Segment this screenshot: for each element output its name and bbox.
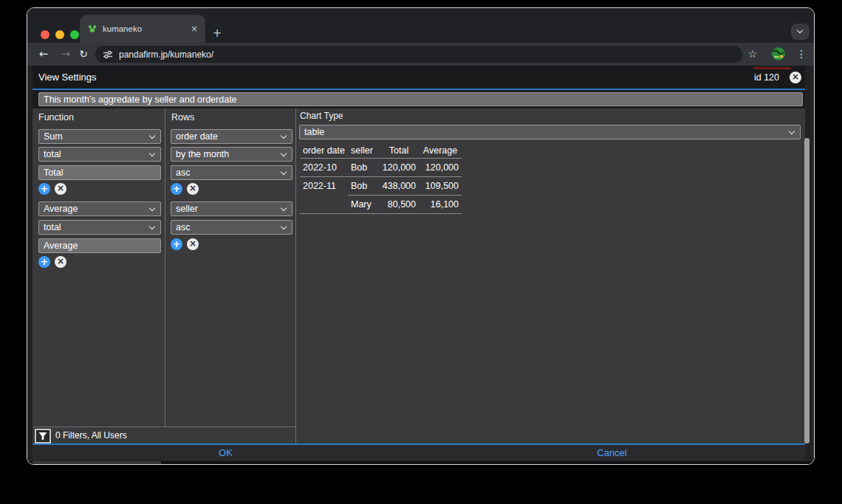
remove-row-icon[interactable]: × <box>187 238 199 250</box>
chevron-down-icon <box>281 205 287 211</box>
row-field-select-1[interactable]: order date <box>171 129 292 144</box>
row-granularity-value: by the month <box>176 149 229 159</box>
remove-function-icon[interactable]: × <box>55 256 66 268</box>
row-sort-select-1-value: asc <box>176 168 190 178</box>
filter-bar: 0 Filters, All Users <box>32 427 295 443</box>
chevron-down-icon <box>149 151 155 156</box>
browser-toolbar: ← → ↻ pandafirm.jp/kumaneko/ ☆ <box>27 43 814 66</box>
window-minimize-button[interactable] <box>55 30 64 39</box>
chevron-down-icon <box>281 133 287 139</box>
ok-button[interactable]: OK <box>32 445 419 460</box>
reload-icon[interactable]: ↻ <box>76 43 91 66</box>
cell-order-date <box>300 195 348 213</box>
function-select-2[interactable]: Average <box>38 201 161 216</box>
bottom-left-patch <box>32 461 161 464</box>
dialog-body: Function Sum total + × Average total <box>32 108 805 443</box>
dialog-header: View Settings id 120 × <box>32 66 805 89</box>
cell-average: 16,100 <box>419 195 462 213</box>
col-header-total: Total <box>379 144 419 158</box>
row-group-1-actions: + × <box>171 183 199 195</box>
col-header-seller: seller <box>348 144 379 158</box>
window-zoom-button[interactable] <box>70 30 79 39</box>
cell-total: 438,000 <box>379 176 419 195</box>
function-select-1-value: Sum <box>44 131 63 142</box>
profile-avatar[interactable] <box>772 47 785 61</box>
function-select-1[interactable]: Sum <box>38 129 161 144</box>
bookmark-star-icon[interactable]: ☆ <box>745 43 760 66</box>
function-field-select-1-value: total <box>44 149 61 159</box>
table-header-row: order date seller Total Average <box>300 144 462 158</box>
row-field-select-1-value: order date <box>176 131 218 142</box>
tab-kumaneko[interactable]: kumaneko × <box>80 15 205 43</box>
view-name-input[interactable] <box>38 92 803 106</box>
function-name-input-1[interactable] <box>38 165 161 180</box>
function-field-select-2-value: total <box>44 222 61 232</box>
dialog-close-icon[interactable]: × <box>790 72 801 83</box>
red-indicator-bar <box>753 67 791 69</box>
tab-strip: kumaneko × + <box>27 8 814 43</box>
chevron-down-icon <box>797 27 803 33</box>
add-function-icon[interactable]: + <box>38 256 50 268</box>
add-row-icon[interactable]: + <box>171 238 182 250</box>
chart-type-value: table <box>304 127 324 137</box>
result-table: order date seller Total Average 2022-10 … <box>300 144 462 214</box>
function-select-2-value: Average <box>44 204 78 214</box>
column-divider <box>165 108 165 427</box>
vertical-scrollbar[interactable] <box>804 138 810 443</box>
row-field-select-2[interactable]: seller <box>171 201 292 216</box>
table-row: Mary 80,500 16,100 <box>300 195 462 213</box>
record-id-label: id 120 <box>754 72 779 83</box>
row-sort-select-1[interactable]: asc <box>171 165 292 180</box>
window-close-button[interactable] <box>41 30 49 39</box>
row-group-2-actions: + × <box>171 238 199 250</box>
cell-seller: Bob <box>348 158 379 176</box>
function-group-2-actions: + × <box>38 256 66 268</box>
chevron-down-icon <box>149 224 155 229</box>
cell-average: 120,000 <box>419 158 462 176</box>
chevron-down-icon <box>149 205 155 211</box>
function-field-select-1[interactable]: total <box>38 147 161 162</box>
cell-total: 120,000 <box>379 158 419 176</box>
chevron-down-icon <box>789 128 795 134</box>
filter-button[interactable] <box>35 429 51 443</box>
chevron-down-icon <box>281 224 287 229</box>
tab-close-icon[interactable]: × <box>191 24 198 34</box>
function-section-label: Function <box>38 112 74 122</box>
forward-icon: → <box>58 43 73 66</box>
col-header-order-date: order date <box>300 144 348 158</box>
funnel-icon <box>38 432 47 441</box>
chart-type-label: Chart Type <box>300 111 343 121</box>
row-sort-select-2[interactable]: asc <box>171 220 292 235</box>
function-name-input-2[interactable] <box>38 238 161 253</box>
chevron-down-icon <box>281 151 287 156</box>
row-sort-select-2-value: asc <box>176 222 190 232</box>
remove-function-icon[interactable]: × <box>55 183 66 195</box>
row-granularity-select[interactable]: by the month <box>171 147 292 162</box>
cancel-button[interactable]: Cancel <box>419 445 805 460</box>
address-bar[interactable]: pandafirm.jp/kumaneko/ <box>95 46 742 63</box>
add-row-icon[interactable]: + <box>171 183 182 195</box>
url-text: pandafirm.jp/kumaneko/ <box>119 49 213 60</box>
back-icon[interactable]: ← <box>36 43 51 66</box>
rows-section-label: Rows <box>171 112 194 122</box>
chevron-down-icon <box>149 133 155 139</box>
chart-type-select[interactable]: table <box>299 125 801 139</box>
new-tab-button[interactable]: + <box>211 27 223 40</box>
view-name-row <box>32 90 805 108</box>
cell-seller: Bob <box>348 176 379 195</box>
column-divider <box>295 108 296 443</box>
tune-icon[interactable] <box>103 49 113 60</box>
function-field-select-2[interactable]: total <box>38 220 161 235</box>
remove-row-icon[interactable]: × <box>187 183 199 195</box>
add-function-icon[interactable]: + <box>38 183 50 195</box>
traffic-lights <box>41 30 79 39</box>
dialog-title: View Settings <box>38 72 97 83</box>
page-content: View Settings id 120 × Function Sum tota… <box>27 66 814 464</box>
dialog-footer: OK Cancel <box>32 445 805 460</box>
function-group-1-actions: + × <box>38 183 66 195</box>
tab-search-button[interactable] <box>791 24 810 40</box>
col-header-average: Average <box>419 144 462 158</box>
row-field-select-2-value: seller <box>176 204 198 214</box>
cell-total: 80,500 <box>379 195 419 213</box>
browser-menu-icon[interactable]: ⋮ <box>794 43 809 66</box>
